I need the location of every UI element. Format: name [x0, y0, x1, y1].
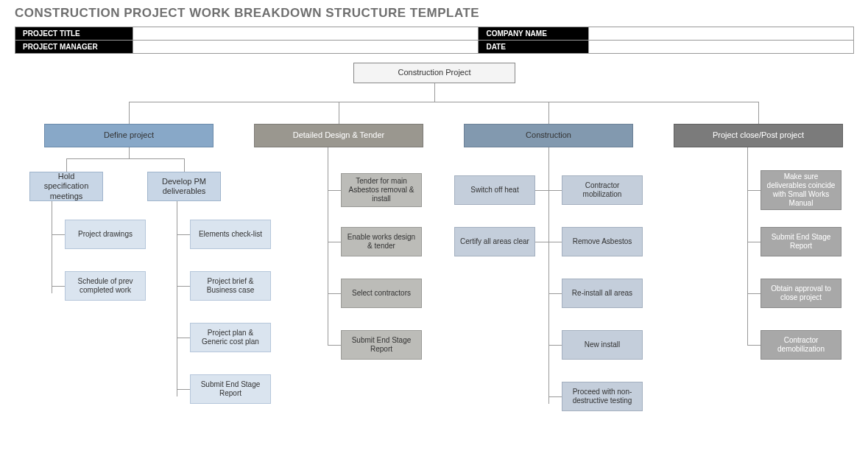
define-leaf: Schedule of prev completed work — [65, 271, 146, 301]
phase-design: Detailed Design & Tender — [254, 124, 423, 147]
construction-leaf: Switch off heat — [454, 175, 535, 205]
design-leaf: Select contractors — [341, 279, 422, 308]
wbs-diagram: Construction Project Define project Deta… — [0, 54, 868, 437]
close-leaf: Obtain approval to close project — [761, 279, 841, 308]
construction-leaf: Certify all areas clear — [454, 227, 535, 256]
project-title-label: PROJECT TITLE — [15, 27, 133, 41]
phase-close: Project close/Post project — [674, 124, 843, 147]
phase-construction: Construction — [464, 124, 633, 147]
construction-leaf: New install — [562, 330, 643, 360]
construction-leaf: Re-install all areas — [562, 279, 643, 308]
project-title-value[interactable] — [133, 27, 479, 41]
design-leaf: Enable works design & tender — [341, 227, 422, 256]
define-leaf: Elements check-list — [190, 220, 271, 249]
close-leaf: Make sure deliverables coincide with Sma… — [761, 170, 841, 210]
close-leaf: Contractor demobilization — [761, 330, 841, 360]
date-label: DATE — [479, 41, 589, 54]
project-manager-label: PROJECT MANAGER — [15, 41, 133, 54]
root-node: Construction Project — [353, 63, 515, 83]
define-leaf: Project brief & Business case — [190, 271, 271, 301]
construction-leaf: Contractor mobilization — [562, 175, 643, 205]
design-leaf: Submit End Stage Report — [341, 330, 422, 360]
define-leaf: Project drawings — [65, 220, 146, 249]
project-manager-value[interactable] — [133, 41, 479, 54]
construction-leaf: Proceed with non-destructive testing — [562, 382, 643, 411]
construction-leaf: Remove Asbestos — [562, 227, 643, 256]
define-sub-meetings: Hold specification meetings — [29, 172, 103, 201]
close-leaf: Submit End Stage Report — [761, 227, 841, 256]
define-leaf: Project plan & Generic cost plan — [190, 323, 271, 352]
phase-define: Define project — [44, 124, 214, 147]
header-table: PROJECT TITLE COMPANY NAME PROJECT MANAG… — [15, 27, 854, 54]
define-sub-deliverables: Develop PM deliverables — [147, 172, 221, 201]
design-leaf: Tender for main Asbestos removal & insta… — [341, 173, 422, 207]
company-name-label: COMPANY NAME — [479, 27, 589, 41]
define-leaf: Submit End Stage Report — [190, 374, 271, 404]
date-value[interactable] — [589, 41, 854, 54]
page-title: CONSTRUCTION PROJECT WORK BREAKDOWN STRU… — [0, 0, 868, 27]
company-name-value[interactable] — [589, 27, 854, 41]
